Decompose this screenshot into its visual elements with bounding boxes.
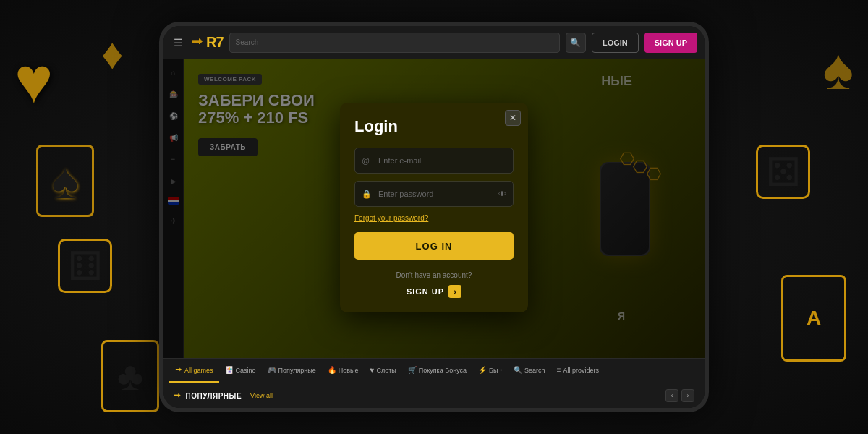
casino-icon: 🃏: [225, 366, 234, 374]
casino-site: ☰ ⮕ R7 Search 🔍 LOGIN SIGN UP ⌂ 🎰 ⚽ 📢 ≡: [163, 26, 705, 408]
search-button[interactable]: 🔍: [566, 33, 586, 53]
signup-button[interactable]: SIGN UP: [644, 33, 697, 53]
new-icon: 🔥: [328, 366, 336, 374]
casino-label: Casino: [236, 367, 256, 374]
password-input[interactable]: [354, 181, 514, 207]
menu-icon[interactable]: ☰: [171, 34, 186, 51]
lock-icon: 🔒: [362, 190, 372, 199]
popular-nav: ‹ ›: [665, 389, 694, 402]
site-main: ⌂ 🎰 ⚽ 📢 ≡ ▶ ✈ WELCOME PACK ЗАБЕРИ СВОИ27…: [163, 59, 705, 358]
nav-item-popular[interactable]: 🎮 Популярные: [262, 359, 322, 383]
by-icon: ⚡: [478, 366, 487, 374]
nav-item-all-games[interactable]: ⮕ All games: [169, 359, 219, 383]
modal-overlay: ✕ Login @ 🔒 👁 Forgot your password?: [163, 59, 705, 358]
eye-icon[interactable]: 👁: [498, 190, 506, 198]
modal-signup-area: SIGN UP ›: [354, 285, 514, 298]
modal-title: Login: [354, 117, 514, 136]
nav-item-by[interactable]: ⚡ Бы ›: [472, 359, 508, 383]
modal-close-button[interactable]: ✕: [505, 110, 521, 126]
login-button[interactable]: LOGIN: [592, 33, 639, 53]
email-input-group: @: [354, 148, 514, 174]
popular-section-icon: ⮕: [174, 392, 182, 400]
email-input[interactable]: [354, 148, 514, 174]
site-header: ☰ ⮕ R7 Search 🔍 LOGIN SIGN UP: [163, 26, 705, 59]
email-icon: @: [362, 156, 370, 165]
new-label: Новые: [339, 367, 359, 374]
bonus-icon: 🛒: [408, 366, 417, 374]
popular-label: ⮕ ПОПУЛЯРНЫЕ: [174, 392, 242, 400]
popular-next-button[interactable]: ›: [681, 389, 694, 402]
popular-prev-button[interactable]: ‹: [665, 389, 678, 402]
tablet-frame: ☰ ⮕ R7 Search 🔍 LOGIN SIGN UP ⌂ 🎰 ⚽ 📢 ≡: [159, 22, 709, 412]
signup-arrow-icon[interactable]: ›: [448, 285, 461, 298]
nav-item-bonus[interactable]: 🛒 Покупка Бонуса: [402, 359, 472, 383]
search-bar[interactable]: Search: [229, 33, 560, 53]
search-nav-label: Search: [524, 367, 545, 374]
by-label: Бы: [489, 367, 498, 374]
slots-icon: ♥: [370, 366, 375, 374]
search-placeholder: Search: [236, 38, 259, 46]
login-modal: ✕ Login @ 🔒 👁 Forgot your password?: [340, 103, 528, 312]
search-icon: 🔍: [570, 38, 581, 48]
search-nav-icon: 🔍: [514, 366, 522, 374]
logo: ⮕ R7: [192, 34, 224, 51]
all-games-icon: ⮕: [175, 366, 182, 374]
no-account-text: Don't have an account?: [354, 271, 514, 279]
popular-icon: 🎮: [268, 366, 276, 374]
nav-item-slots[interactable]: ♥ Слоты: [365, 359, 402, 383]
login-submit-button[interactable]: LOG IN: [354, 232, 514, 260]
modal-signup-button[interactable]: SIGN UP: [407, 287, 444, 296]
bonus-label: Покупка Бонуса: [419, 367, 467, 374]
forgot-password-link[interactable]: Forgot your password?: [354, 214, 514, 222]
logo-text: R7: [206, 34, 224, 51]
providers-label: All providers: [563, 367, 599, 374]
all-games-label: All games: [184, 367, 213, 374]
providers-icon: ≡: [557, 366, 561, 374]
nav-item-providers[interactable]: ≡ All providers: [551, 359, 605, 383]
view-all-link[interactable]: View all: [250, 392, 273, 399]
popular-section-title: ПОПУЛЯРНЫЕ: [186, 392, 242, 400]
bottom-nav: ⮕ All games 🃏 Casino 🎮 Популярные 🔥 Новы…: [163, 358, 705, 383]
popular-label: Популярные: [278, 367, 316, 374]
nav-item-new[interactable]: 🔥 Новые: [322, 359, 365, 383]
nav-item-search[interactable]: 🔍 Search: [508, 359, 551, 383]
password-input-group: 🔒 👁: [354, 181, 514, 207]
more-icon: ›: [500, 367, 502, 373]
slots-label: Слоты: [376, 367, 396, 374]
nav-item-casino[interactable]: 🃏 Casino: [219, 359, 262, 383]
popular-section: ⮕ ПОПУЛЯРНЫЕ View all ‹ ›: [163, 383, 705, 408]
logo-icon: ⮕: [192, 36, 203, 49]
